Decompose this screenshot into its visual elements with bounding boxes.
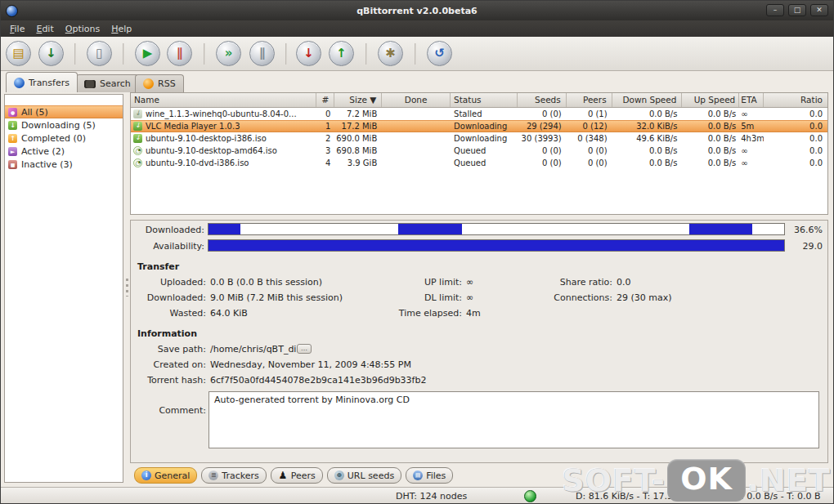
column-header-down-speed[interactable]: Down Speed [612,93,683,107]
preferences-icon: ✱ [385,46,396,60]
uploaded-label: Uploaded: [132,277,206,288]
search-icon [84,80,96,88]
watermark: SOFT- OK .NET [562,459,831,502]
column-header-size[interactable]: Size ▼ [334,93,382,107]
table-row-selected[interactable]: VLC Media Player 1.0.3 1 17.2 MiB 36.6% … [131,120,827,132]
column-header-up-speed[interactable]: Up Speed [682,93,739,107]
completed-icon [8,134,17,143]
tab-general[interactable]: General [134,467,197,484]
torrent-name: wine_1.1.3-winehq0-ubuntu-8.04-0... [146,108,297,120]
share-ratio-value: 0.0 [617,277,631,288]
table-row[interactable]: ubuntu-9.10-desktop-i386.iso 2 690.0 MiB… [131,132,827,145]
connection-status-icon[interactable] [524,490,536,502]
created-on-label: Created on: [132,359,206,370]
sidebar-item-completed[interactable]: Completed (0) [5,132,123,145]
column-header-priority[interactable]: # [316,93,334,107]
torrent-table: Name # Size ▼ Done Status Seeds Peers Do… [130,92,828,215]
torrent-hash-label: Torrent hash: [132,375,206,386]
tab-url-seeds-label: URL seeds [348,471,394,481]
column-header-ratio[interactable]: Ratio [764,93,827,107]
menu-help[interactable]: Help [105,22,137,36]
tab-general-label: General [155,471,190,481]
delete-button[interactable]: ▯ [87,41,112,66]
delete-icon: ▯ [96,46,102,60]
menu-edit[interactable]: Edit [30,22,59,36]
tab-transfers-label: Transfers [29,78,70,88]
active-icon [8,147,17,156]
about-button[interactable]: ↺ [427,41,452,66]
decrease-priority-button[interactable]: ↓ [296,41,321,66]
pause-button[interactable]: ∥ [167,41,192,66]
tab-peers[interactable]: Peers [271,467,323,484]
table-row[interactable]: wine_1.1.3-winehq0-ubuntu-8.04-0... 0 7.… [131,108,827,120]
menu-bar: File Edit Options Help [1,20,833,37]
connections-label: Connections: [540,292,612,303]
torrent-name: VLC Media Player 1.0.3 [146,120,240,132]
availability-value: 29.0 [773,241,823,252]
column-header-peers[interactable]: Peers [567,93,612,107]
sidebar-splitter[interactable] [124,94,130,483]
column-header-seeds[interactable]: Seeds [518,93,567,107]
transfer-heading: Transfer [137,261,179,272]
browse-save-path-button[interactable]: … [297,344,312,354]
downloading-icon [8,121,17,130]
menu-file[interactable]: File [4,22,30,36]
downloading-icon [133,122,142,131]
queued-icon [133,146,142,155]
table-row[interactable]: ubuntu-9.10-dvd-i386.iso 4 3.9 GiB 0.0% … [131,157,827,169]
column-header-done[interactable]: Done [382,93,451,107]
dl-limit-value: ∞ [466,292,473,303]
created-on-value: Wednesday, November 11, 2009 4:48:55 PM [210,359,411,370]
minimize-icon[interactable]: – [766,4,784,16]
sidebar-item-label: Completed (0) [21,133,86,144]
files-icon [413,471,423,480]
download-from-url-icon: ↓ [46,46,56,60]
sidebar-item-inactive[interactable]: Inactive (3) [5,158,123,171]
pause-all-button[interactable]: ∥ [249,41,275,66]
toolbar-separator [365,43,367,65]
downloaded-progress-label: Downloaded: [132,225,204,235]
tab-trackers[interactable]: Trackers [201,467,266,484]
open-torrent-button[interactable]: ▤ [6,41,31,66]
window-title: qBittorrent v2.0.0beta6 [1,6,833,16]
torrent-name: ubuntu-9.10-desktop-amd64.iso [146,145,277,157]
title-bar[interactable]: qBittorrent v2.0.0beta6 – □ ✕ [1,1,833,20]
tab-files[interactable]: Files [406,467,453,484]
pause-icon: ∥ [177,46,183,60]
resume-all-button[interactable]: » [216,41,241,66]
sidebar-item-downloading[interactable]: Downloading (5) [5,118,123,132]
download-from-url-button[interactable]: ↓ [38,41,64,66]
preferences-button[interactable]: ✱ [378,41,403,66]
uploaded-value: 0.0 B (0.0 B this session) [210,277,322,288]
menu-options[interactable]: Options [60,22,105,36]
open-torrent-icon: ▤ [12,46,24,60]
column-header-status[interactable]: Status [451,93,518,107]
tab-search[interactable]: Search [76,74,139,92]
close-icon[interactable]: ✕ [810,4,828,16]
column-header-eta[interactable]: ETA [739,93,764,107]
dht-nodes-status: DHT: 124 nodes [396,491,467,502]
tab-rss-label: RSS [158,78,176,89]
qbittorrent-window: qBittorrent v2.0.0beta6 – □ ✕ File Edit … [0,0,834,504]
up-limit-value: ∞ [466,277,473,288]
table-row[interactable]: ubuntu-9.10-desktop-amd64.iso 3 690.8 Mi… [131,145,827,157]
comment-box[interactable]: Auto-generated torrent by Mininova.org C… [208,391,819,448]
tab-trackers-label: Trackers [222,471,258,481]
window-controls: – □ ✕ [766,4,828,16]
tab-rss[interactable]: RSS [135,74,184,92]
stalled-icon [133,109,142,118]
downloaded-progress-value: 36.6% [773,225,823,235]
main-tabs: Transfers Search RSS [1,71,833,92]
availability-label: Availability: [132,241,204,252]
maximize-icon[interactable]: □ [788,4,806,16]
tab-url-seeds[interactable]: URL seeds [327,467,401,484]
tab-transfers[interactable]: Transfers [6,72,78,92]
column-header-name[interactable]: Name [131,93,316,107]
save-path-value: /home/chris/qBT_dir [210,344,300,355]
watermark-badge: OK [667,459,746,502]
connections-value: 29 (30 max) [617,292,672,303]
sidebar-item-active[interactable]: Active (2) [5,145,123,158]
increase-priority-button[interactable]: ↑ [329,41,354,66]
sidebar-item-all[interactable]: All (5) [5,105,123,118]
resume-button[interactable]: ▶ [135,41,160,66]
